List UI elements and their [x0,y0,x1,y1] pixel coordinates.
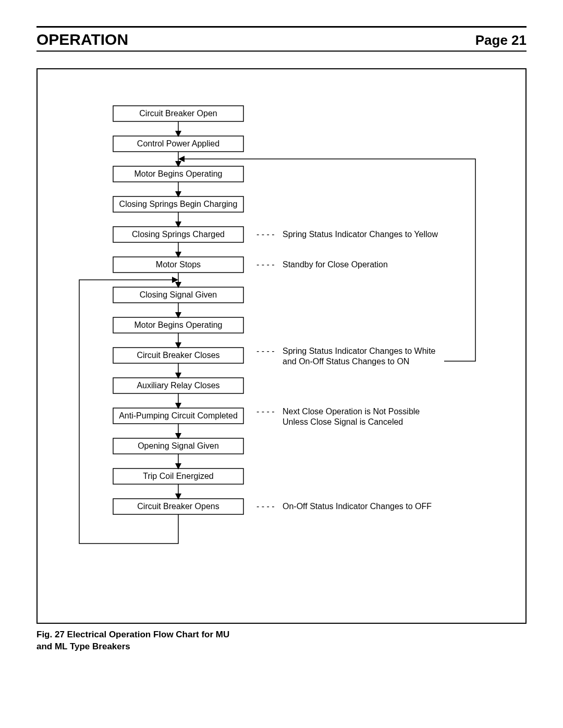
flow-step: Motor Begins Operating [113,166,243,182]
header-underline [36,51,527,52]
step-label: Anti-Pumping Circuit Completed [119,411,238,420]
flow-step: Opening Signal Given [113,438,243,454]
step-label: Closing Springs Charged [132,230,225,239]
flow-step: Circuit Breaker Open [113,106,243,121]
step-label: Trip Coil Energized [143,472,213,480]
note-dash: - - - - [256,260,275,269]
note-dash: - - - - [256,407,275,416]
flow-step: Control Power Applied [113,136,243,152]
step-note: Spring Status Indicator Changes to Yello… [283,230,438,239]
flow-step: Closing Springs Begin Charging [113,196,243,212]
step-note: Standby for Close Operation [283,260,388,269]
step-label: Auxiliary Relay Closes [137,381,219,390]
flow-step: Circuit Breaker Closes [113,348,243,363]
page-header: OPERATION Page 21 [36,28,527,51]
step-label: Circuit Breaker Closes [137,351,219,360]
note-dash: - - - - [256,347,275,355]
step-note: On-Off Status Indicator Changes to OFF [283,502,432,511]
flow-step: Closing Signal Given [113,287,243,303]
caption-line: and ML Type Breakers [36,641,130,651]
flow-step: Trip Coil Energized [113,468,243,484]
figure-frame: Circuit Breaker Open Control Power Appli… [36,68,527,624]
flow-step: Motor Begins Operating [113,317,243,333]
figure-caption: Fig. 27 Electrical Operation Flow Chart … [36,629,527,653]
note-dash: - - - - [256,502,275,511]
step-label: Motor Begins Operating [134,320,223,329]
step-note: and On-Off Status Changes to ON [283,357,409,366]
section-title: OPERATION [36,31,128,48]
step-label: Control Power Applied [137,139,219,148]
step-label: Motor Stops [156,260,201,269]
flowchart-svg: Circuit Breaker Open Control Power Appli… [48,101,496,601]
step-label: Motor Begins Operating [134,169,223,178]
step-label: Circuit Breaker Open [139,109,217,118]
step-label: Closing Signal Given [140,290,217,299]
document-page: OPERATION Page 21 Circuit Breaker Open C… [0,0,563,674]
step-label: Opening Signal Given [138,441,219,450]
flow-step: Motor Stops [113,257,243,273]
flow-step: Auxiliary Relay Closes [113,378,243,393]
step-note: Next Close Operation is Not Possible [283,407,420,416]
flow-step: Anti-Pumping Circuit Completed [113,408,243,424]
step-label: Circuit Breaker Opens [137,502,219,511]
step-note: Unless Close Signal is Canceled [283,417,403,426]
caption-line: Fig. 27 Electrical Operation Flow Chart … [36,630,229,639]
step-note: Spring Status Indicator Changes to White [283,347,436,355]
page-number: Page 21 [475,32,527,48]
step-label: Closing Springs Begin Charging [119,200,238,208]
flow-step: Circuit Breaker Opens [113,499,243,514]
flow-step: Closing Springs Charged [113,227,243,242]
note-dash: - - - - [256,230,275,239]
